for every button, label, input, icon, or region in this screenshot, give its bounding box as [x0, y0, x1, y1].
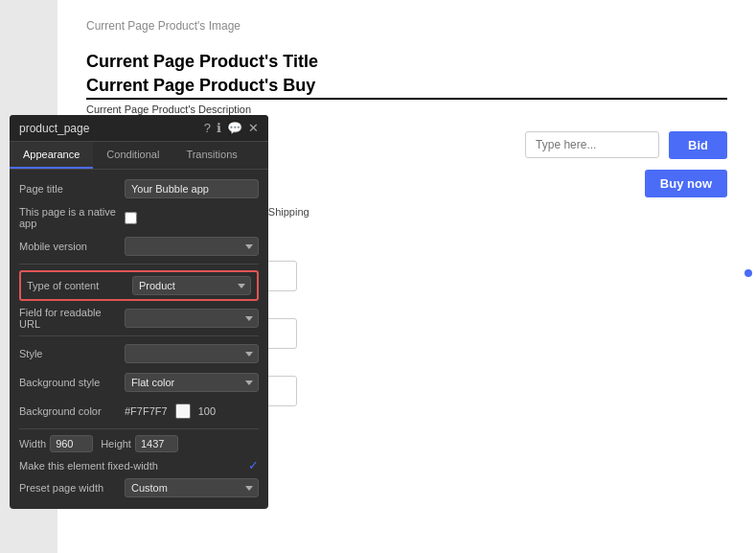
mobile-version-select[interactable] — [125, 237, 259, 256]
native-app-checkbox[interactable] — [125, 212, 137, 224]
height-label: Height — [101, 438, 131, 449]
panel-tabs: Appearance Conditional Transitions — [10, 142, 268, 170]
background-style-label: Background style — [19, 377, 125, 388]
panel: product_page ? ℹ 💬 ✕ Appearance Conditio… — [10, 115, 268, 509]
mobile-version-label: Mobile version — [19, 241, 125, 252]
style-row: Style — [19, 342, 259, 365]
divider-1 — [19, 264, 259, 265]
fixed-width-label: Make this element fixed-width — [19, 460, 158, 472]
width-label: Width — [19, 438, 46, 449]
fixed-width-row: Make this element fixed-width ✓ — [19, 458, 259, 472]
canvas-area: Current Page Product's Image Current Pag… — [0, 0, 756, 553]
opacity-value: 100 — [198, 405, 216, 417]
width-height-row: Width Height — [19, 435, 259, 452]
product-image-placeholder: Current Page Product's Image — [86, 19, 727, 33]
product-title: Current Page Product's Title — [86, 52, 727, 72]
preset-page-width-select[interactable]: Custom — [125, 478, 259, 497]
background-style-select[interactable]: Flat color — [125, 373, 259, 392]
background-color-label: Background color — [19, 405, 125, 417]
panel-icons: ? ℹ 💬 ✕ — [204, 121, 259, 135]
height-input[interactable] — [135, 435, 178, 452]
page-title-input[interactable] — [125, 179, 259, 198]
color-swatch[interactable] — [175, 403, 191, 419]
readable-url-label: Field for readable URL — [19, 307, 125, 330]
color-value-group: #F7F7F7 100 — [125, 403, 216, 419]
tab-transitions[interactable]: Transitions — [172, 142, 250, 169]
panel-title: product_page — [19, 122, 89, 135]
native-app-row: This page is a native app — [19, 206, 259, 229]
bid-input[interactable] — [525, 131, 659, 158]
style-label: Style — [19, 348, 125, 359]
preset-page-width-label: Preset page width — [19, 482, 125, 494]
style-select[interactable] — [125, 344, 259, 363]
mobile-version-row: Mobile version — [19, 235, 259, 258]
panel-header: product_page ? ℹ 💬 ✕ — [10, 115, 268, 142]
fixed-width-check: ✓ — [248, 458, 259, 472]
type-of-content-select[interactable]: Product — [132, 276, 251, 295]
width-group: Width — [19, 435, 93, 452]
page-title-row: Page title — [19, 177, 259, 200]
preset-page-width-row: Preset page width Custom — [19, 478, 259, 497]
tab-appearance[interactable]: Appearance — [10, 142, 93, 169]
buy-now-button[interactable]: Buy now — [645, 170, 727, 197]
readable-url-select[interactable] — [125, 309, 259, 328]
hex-value: #F7F7F7 — [125, 405, 168, 417]
height-group: Height — [101, 435, 178, 452]
type-of-content-row: Type of content Product — [19, 270, 259, 301]
divider-3 — [19, 428, 259, 429]
width-input[interactable] — [50, 435, 93, 452]
type-of-content-label: Type of content — [27, 280, 132, 291]
readable-url-row: Field for readable URL — [19, 307, 259, 330]
background-style-row: Background style Flat color — [19, 371, 259, 394]
native-app-label: This page is a native app — [19, 206, 125, 229]
background-color-row: Background color #F7F7F7 100 — [19, 400, 259, 423]
bid-button[interactable]: Bid — [669, 131, 727, 159]
product-description: Current Page Product's Description — [86, 104, 727, 115]
panel-body: Page title This page is a native app Mob… — [10, 170, 268, 509]
tab-conditional[interactable]: Conditional — [93, 142, 172, 169]
page-title-label: Page title — [19, 183, 125, 195]
question-icon[interactable]: ? — [204, 121, 211, 135]
close-icon[interactable]: ✕ — [248, 121, 259, 135]
info-icon[interactable]: ℹ — [217, 121, 221, 135]
comment-icon[interactable]: 💬 — [227, 121, 242, 135]
blue-dot — [745, 269, 752, 277]
divider-2 — [19, 335, 259, 336]
product-buy: Current Page Product's Buy — [86, 76, 727, 100]
